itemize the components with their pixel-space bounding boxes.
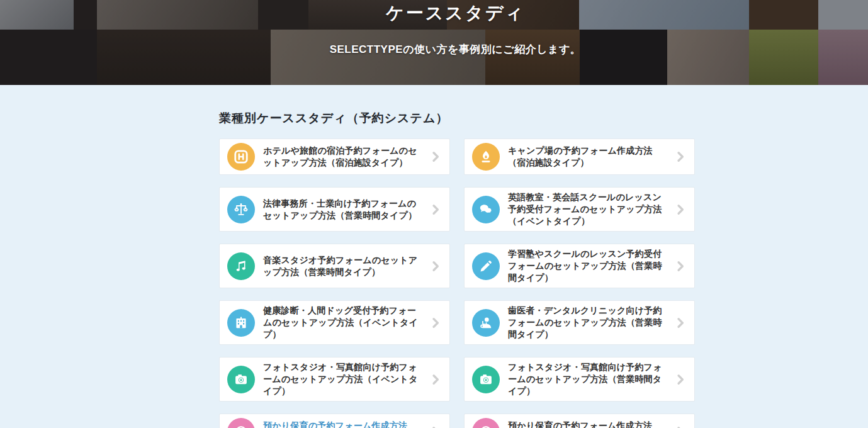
case-card-title: 英語教室・英会話スクールのレッスン予約受付フォームのセットアップ方法（イベントタ… — [508, 191, 665, 227]
chevron-right-icon — [428, 373, 442, 386]
chevron-right-icon — [428, 259, 442, 273]
case-card-camp[interactable]: キャンプ場の予約フォーム作成方法（宿泊施設タイプ） — [464, 138, 695, 175]
case-card-title: ホテルや旅館の宿泊予約フォームのセットアップ方法（宿泊施設タイプ） — [263, 145, 420, 169]
pencil-icon — [472, 252, 500, 280]
chevron-right-icon — [428, 203, 442, 217]
case-card-title: 歯医者・デンタルクリニック向け予約フォームのセットアップ方法（営業時間タイプ） — [508, 305, 665, 341]
case-card-grid: ホテルや旅館の宿泊予約フォームのセットアップ方法（宿泊施設タイプ） キャンプ場の… — [219, 138, 695, 428]
music-note-icon — [227, 252, 255, 280]
case-study-section: 業種別ケーススタディ（予約システム） ホテルや旅館の宿泊予約フォームのセットアッ… — [219, 110, 695, 428]
case-card-title: キャンプ場の予約フォーム作成方法（宿泊施設タイプ） — [508, 145, 665, 169]
section-heading: 業種別ケーススタディ（予約システム） — [219, 110, 695, 127]
case-card-title: 音楽スタジオ予約フォームのセットアップ方法（営業時間タイプ） — [263, 254, 420, 278]
case-card-title: 預かり保育の予約フォーム作成方法（営業時間タイプ） — [263, 420, 420, 428]
chevron-right-icon — [428, 425, 442, 428]
chevron-right-icon — [673, 150, 687, 164]
chevron-right-icon — [673, 203, 687, 217]
campfire-icon — [472, 143, 500, 171]
hotel-icon — [227, 143, 255, 171]
case-card-childcare-hours[interactable]: 預かり保育の予約フォーム作成方法（営業時間タイプ） — [219, 414, 450, 428]
case-card-title: 学習塾やスクールのレッスン予約受付フォームのセットアップ方法（営業時間タイプ） — [508, 248, 665, 284]
page-subtitle: SELECTTYPEの使い方を事例別にご紹介します。 — [43, 42, 868, 57]
case-card-hotel[interactable]: ホテルや旅館の宿泊予約フォームのセットアップ方法（宿泊施設タイプ） — [219, 138, 450, 175]
case-card-photo-studio-hours[interactable]: フォトスタジオ・写真館向け予約フォームのセットアップ方法（営業時間タイプ） — [464, 357, 695, 402]
chevron-right-icon — [673, 425, 687, 428]
chevron-right-icon — [428, 150, 442, 164]
case-card-photo-studio-event[interactable]: フォトスタジオ・写真館向け予約フォームのセットアップ方法（イベントタイプ） — [219, 357, 450, 402]
camera-icon — [227, 366, 255, 393]
doctor-icon — [472, 309, 500, 337]
case-card-title: フォトスタジオ・写真館向け予約フォームのセットアップ方法（営業時間タイプ） — [508, 361, 665, 397]
chevron-right-icon — [673, 259, 687, 273]
case-card-english-school[interactable]: 英語教室・英会話スクールのレッスン予約受付フォームのセットアップ方法（イベントタ… — [464, 187, 695, 232]
case-card-title: 法律事務所・士業向け予約フォームのセットアップ方法（営業時間タイプ） — [263, 198, 420, 222]
case-card-childcare-event[interactable]: 預かり保育の予約フォーム作成方法（イベントタイプ） — [464, 414, 695, 428]
hero-banner: ケーススタディ SELECTTYPEの使い方を事例別にご紹介します。 — [0, 0, 868, 85]
case-card-law[interactable]: 法律事務所・士業向け予約フォームのセットアップ方法（営業時間タイプ） — [219, 187, 450, 232]
case-card-health-check[interactable]: 健康診断・人間ドッグ受付予約フォームのセットアップ方法（イベントタイプ） — [219, 300, 450, 345]
case-card-cram-school[interactable]: 学習塾やスクールのレッスン予約受付フォームのセットアップ方法（営業時間タイプ） — [464, 244, 695, 288]
smiley-icon — [227, 418, 255, 428]
chevron-right-icon — [673, 316, 687, 330]
page-title: ケーススタディ — [43, 1, 868, 25]
chevron-right-icon — [673, 373, 687, 386]
smiley-icon — [472, 418, 500, 428]
hospital-icon — [227, 309, 255, 337]
case-card-title: フォトスタジオ・写真館向け予約フォームのセットアップ方法（イベントタイプ） — [263, 361, 420, 397]
case-card-title: 預かり保育の予約フォーム作成方法（イベントタイプ） — [508, 420, 665, 428]
camera-icon — [472, 366, 500, 393]
case-card-title: 健康診断・人間ドッグ受付予約フォームのセットアップ方法（イベントタイプ） — [263, 305, 420, 341]
case-card-music-studio[interactable]: 音楽スタジオ予約フォームのセットアップ方法（営業時間タイプ） — [219, 244, 450, 288]
case-card-dentist[interactable]: 歯医者・デンタルクリニック向け予約フォームのセットアップ方法（営業時間タイプ） — [464, 300, 695, 345]
chat-icon — [472, 196, 500, 223]
chevron-right-icon — [428, 316, 442, 330]
scales-icon — [227, 196, 255, 223]
